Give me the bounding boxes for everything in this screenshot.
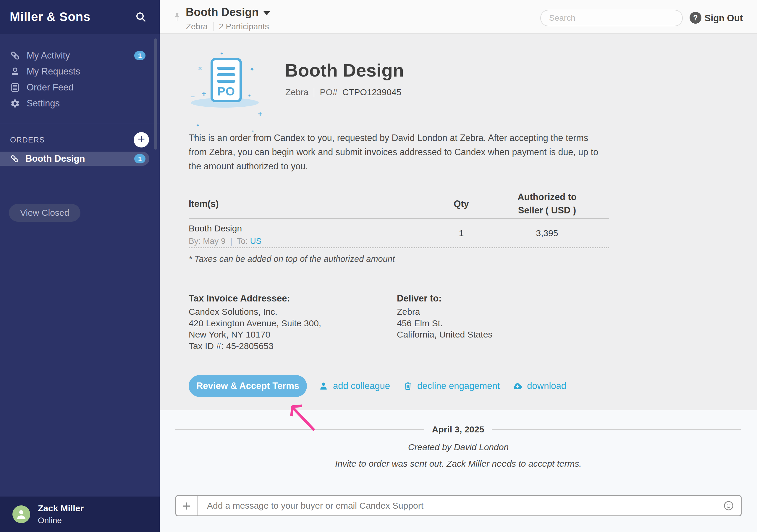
attach-button[interactable]: + — [176, 496, 197, 516]
ship-to-link[interactable]: US — [250, 236, 262, 246]
trash-icon — [403, 381, 412, 391]
order-actions: Review & Accept Terms add colleague decl… — [189, 375, 566, 397]
sidebar-item-label: Settings — [27, 98, 60, 109]
help-icon[interactable]: ? — [690, 12, 701, 24]
po-label: PO — [213, 85, 239, 98]
user-name: Zack Miller — [38, 503, 84, 514]
col-header-items: Item(s) — [189, 197, 438, 210]
search-icon[interactable] — [135, 11, 147, 23]
order-content: ✦ ✕ ✦ – + ✦ + ✦ ✦ ✦ PO Booth Design Zebr… — [160, 34, 757, 410]
po-number-label: PO# — [320, 87, 337, 97]
message-input[interactable] — [197, 496, 720, 516]
view-closed-button[interactable]: View Closed — [9, 204, 80, 222]
po-illustration: ✦ ✕ ✦ – + ✦ + ✦ ✦ ✦ PO — [189, 47, 260, 109]
po-document-icon: PO — [211, 58, 242, 102]
sidebar-header: Miller & Sons — [0, 0, 160, 34]
sidebar: Miller & Sons My Activity 1 My Requests … — [0, 0, 160, 532]
review-accept-terms-button[interactable]: Review & Accept Terms — [189, 375, 307, 397]
timeline-section: April 3, 2025 Created by David London In… — [160, 410, 757, 532]
sidebar-item-my-requests[interactable]: My Requests — [0, 64, 160, 79]
link-icon — [10, 50, 20, 61]
tax-invoice-addressee: Tax Invoice Addressee: Candex Solutions,… — [189, 293, 397, 352]
topbar-subtitle: Zebra 2 Participants — [186, 22, 269, 31]
tax-note: * Taxes can be added on top of the autho… — [189, 254, 395, 264]
chevron-down-icon — [263, 11, 270, 15]
sidebar-item-order-feed[interactable]: Order Feed — [0, 79, 160, 96]
topbar-title: Booth Design — [186, 6, 259, 18]
gear-icon — [10, 99, 20, 108]
timeline-event: Invite to order was sent out. Zack Mille… — [160, 459, 757, 469]
order-badge: 1 — [134, 154, 145, 163]
add-order-button[interactable]: + — [134, 132, 149, 147]
col-header-qty: Qty — [438, 197, 485, 210]
participants-count[interactable]: 2 Participants — [219, 22, 269, 31]
company-name: Zebra — [186, 22, 208, 31]
sidebar-item-my-activity[interactable]: My Activity 1 — [0, 47, 160, 64]
sidebar-order-booth-design[interactable]: Booth Design 1 — [0, 152, 149, 166]
decline-engagement-link[interactable]: decline engagement — [403, 381, 500, 391]
item-details: By: May 9 | To: US — [189, 236, 438, 246]
stamp-icon — [10, 67, 20, 76]
table-header-row: Item(s) Qty Authorized to Seller ( USD ) — [189, 189, 609, 219]
main-area: Booth Design Zebra 2 Participants ? Sign… — [160, 0, 757, 532]
avatar — [13, 505, 30, 523]
activity-badge: 1 — [134, 51, 145, 60]
subtitle-divider — [314, 88, 314, 97]
timeline-date-row: April 3, 2025 — [175, 425, 741, 434]
item-qty: 1 — [438, 219, 485, 248]
deliver-to: Deliver to: Zebra 456 Elm St. California… — [397, 293, 493, 352]
order-company: Zebra — [285, 87, 308, 97]
emoji-button[interactable] — [720, 496, 741, 516]
order-subtitle: Zebra PO# CTPO1239045 — [285, 87, 402, 97]
download-link[interactable]: download — [513, 381, 566, 391]
add-colleague-link[interactable]: add colleague — [319, 381, 390, 391]
order-item-label: Booth Design — [25, 153, 85, 164]
sidebar-item-label: My Activity — [27, 50, 70, 61]
col-header-authorized: Authorized to Seller ( USD ) — [485, 190, 609, 217]
timeline-event: Created by David London — [160, 442, 757, 452]
topbar: Booth Design Zebra 2 Participants ? Sign… — [160, 0, 757, 34]
smiley-icon — [723, 500, 734, 511]
sidebar-nav: My Activity 1 My Requests Order Feed Set… — [0, 47, 160, 111]
order-intro-text: This is an order from Candex to you, req… — [189, 131, 606, 173]
item-name: Booth Design — [189, 223, 438, 233]
message-composer: + — [175, 495, 742, 516]
person-add-icon — [319, 381, 328, 391]
link-icon — [10, 154, 19, 163]
search-input[interactable] — [540, 10, 683, 26]
item-amount: 3,395 — [485, 219, 609, 248]
user-bar[interactable]: Zack Miller Online — [0, 496, 160, 532]
user-status: Online — [38, 516, 84, 525]
brand-title: Miller & Sons — [10, 10, 90, 24]
timeline-date: April 3, 2025 — [432, 425, 484, 434]
sidebar-item-settings[interactable]: Settings — [0, 96, 160, 111]
plus-icon: + — [138, 133, 145, 145]
order-items-table: Item(s) Qty Authorized to Seller ( USD )… — [189, 189, 609, 248]
feed-icon — [10, 82, 20, 93]
pushpin-icon[interactable] — [174, 13, 180, 29]
download-cloud-icon — [513, 381, 522, 391]
order-page-title: Booth Design — [285, 60, 404, 81]
order-title-dropdown[interactable]: Booth Design — [186, 6, 270, 18]
sign-out-button[interactable]: Sign Out — [705, 13, 743, 24]
plus-icon: + — [182, 498, 191, 514]
po-number-value: CTPO1239045 — [342, 87, 401, 97]
sidebar-item-label: Order Feed — [27, 82, 74, 93]
table-row: Booth Design By: May 9 | To: US 1 3,395 — [189, 219, 609, 248]
sidebar-item-label: My Requests — [27, 66, 80, 77]
addresses: Tax Invoice Addressee: Candex Solutions,… — [189, 293, 493, 352]
subtitle-divider — [213, 22, 214, 31]
orders-section-label: ORDERS — [10, 135, 45, 144]
